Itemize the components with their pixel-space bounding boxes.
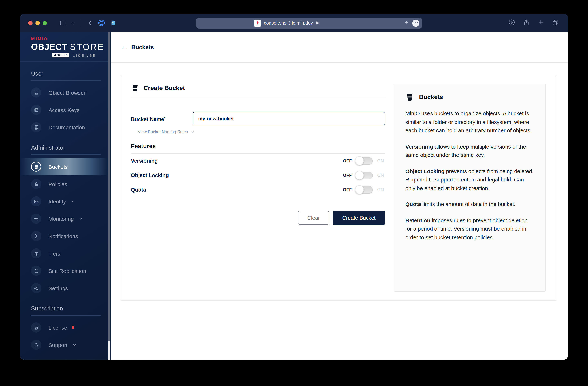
back-button[interactable] (87, 20, 93, 26)
onepassword-extension-icon[interactable] (98, 19, 105, 27)
info-paragraph-versioning: Versioning allows to keep multiple versi… (405, 142, 534, 159)
title-divider (131, 98, 385, 98)
form-title: Create Bucket (144, 84, 185, 92)
documentation-icon (33, 124, 39, 130)
minio-logo: MINIO OBJECT STORE AGPLv3 LICENSE (20, 32, 108, 62)
back-to-buckets-arrow[interactable]: ← (121, 43, 128, 51)
new-tab-icon[interactable] (537, 19, 544, 27)
sidebar-item-tiers[interactable]: Tiers (20, 245, 108, 262)
gear-icon (33, 285, 39, 291)
sidebar-section-administrator: Administrator (31, 144, 101, 155)
sidebar-item-object-browser[interactable]: Object Browser (20, 84, 108, 101)
info-panel-title: Buckets (419, 94, 443, 101)
app-sidebar: MINIO OBJECT STORE AGPLv3 LICENSE User (20, 32, 111, 360)
quota-off-label: OFF (343, 187, 352, 192)
bucket-name-input[interactable] (193, 112, 385, 125)
sidebar-toggle-icon[interactable] (59, 20, 66, 26)
naming-rules-chevron-icon (191, 130, 194, 134)
sidebar-item-documentation[interactable]: Documentation (20, 119, 108, 136)
toolbar-divider (81, 19, 81, 27)
site-favicon-minio (254, 19, 261, 27)
license-icon (33, 325, 39, 330)
sidebar-scrollbar-thumb[interactable] (108, 32, 110, 341)
lock-icon (315, 20, 319, 26)
quota-on-label: ON (377, 187, 385, 192)
versioning-toggle[interactable] (356, 157, 373, 165)
browser-window: console.ns-3.ic.min.dev (20, 14, 568, 360)
info-paragraph-object-locking: Object Locking prevents objects from bei… (405, 167, 534, 192)
sidebar-item-support[interactable]: Support (20, 336, 108, 353)
policies-icon (33, 181, 39, 187)
sidebar-section-subscription: Subscription (31, 305, 101, 316)
page-settings-ellipsis-button[interactable] (412, 19, 419, 27)
object-locking-toggle[interactable] (356, 171, 373, 179)
info-paragraph-quota: Quota limits the amount of data in the b… (405, 200, 534, 208)
monitoring-icon (33, 216, 39, 221)
access-keys-icon (33, 107, 39, 113)
view-bucket-naming-rules-toggle[interactable]: View Bucket Naming Rules (138, 130, 194, 134)
downloads-icon[interactable] (508, 19, 515, 27)
sidebar-item-policies[interactable]: Policies (20, 175, 108, 193)
buckets-icon (33, 164, 39, 169)
sidebar-item-monitoring[interactable]: Monitoring (20, 210, 108, 227)
browser-titlebar: console.ns-3.ic.min.dev (20, 14, 568, 32)
sidebar-scrollbar[interactable] (108, 32, 110, 360)
sidebar-item-notifications[interactable]: λ Notifications (20, 227, 108, 245)
quota-toggle[interactable] (356, 186, 373, 194)
lambda-icon: λ (35, 233, 38, 239)
window-controls (28, 21, 47, 25)
minimize-window-button[interactable] (35, 21, 40, 25)
sidebar-item-clipped (20, 357, 108, 360)
info-paragraph-retention: Retention imposes rules to prevent objec… (405, 216, 534, 242)
feature-row-quota: Quota OFF ON (131, 183, 385, 197)
screen: console.ns-3.ic.min.dev (0, 0, 588, 386)
object-locking-on-label: ON (377, 173, 385, 178)
close-window-button[interactable] (28, 21, 33, 25)
clear-button[interactable]: Clear (298, 211, 329, 225)
minio-brand-text: MINIO (31, 37, 108, 41)
sidebar-item-site-replication[interactable]: Site Replication (20, 262, 108, 279)
tab-overview-icon[interactable] (552, 19, 559, 27)
page-header: ← Buckets (111, 32, 568, 62)
bucket-icon (131, 84, 139, 92)
monitoring-expand-chevron-icon[interactable] (79, 217, 83, 221)
mute-tab-icon[interactable] (404, 20, 409, 26)
sidebar-item-buckets[interactable]: Buckets (20, 158, 108, 175)
feature-row-object-locking: Object Locking OFF ON (131, 168, 385, 183)
versioning-off-label: OFF (343, 158, 352, 163)
create-bucket-button[interactable]: Create Bucket (333, 211, 385, 225)
ghostery-extension-icon[interactable] (110, 20, 116, 26)
bucket-icon (405, 93, 414, 102)
sidebar-item-access-keys[interactable]: Access Keys (20, 101, 108, 119)
buckets-info-panel: Buckets MinIO uses buckets to organize o… (394, 84, 546, 292)
identity-icon (33, 199, 39, 204)
feature-row-versioning: Versioning OFF ON (131, 154, 385, 168)
sidebar-section-user: User (31, 70, 101, 81)
sidebar-item-settings[interactable]: Settings (20, 279, 108, 297)
sidebar-chevron-icon[interactable] (71, 21, 75, 25)
object-browser-icon (33, 90, 39, 95)
identity-expand-chevron-icon[interactable] (71, 200, 75, 203)
create-bucket-card: Create Bucket Bucket Name* View Bucket (121, 75, 556, 301)
support-headset-icon (33, 342, 39, 347)
sidebar-item-identity[interactable]: Identity (20, 193, 108, 210)
sidebar-item-license[interactable]: License (20, 319, 108, 336)
agpl-badge: AGPLv3 (52, 53, 69, 58)
page-title[interactable]: Buckets (131, 44, 154, 50)
license-text: LICENSE (73, 53, 97, 58)
object-store-title: OBJECT STORE (31, 42, 108, 52)
zoom-window-button[interactable] (43, 21, 47, 25)
url-text: console.ns-3.ic.min.dev (264, 20, 313, 26)
address-bar[interactable]: console.ns-3.ic.min.dev (196, 18, 422, 28)
share-icon[interactable] (523, 19, 530, 27)
license-alert-badge (71, 326, 74, 329)
object-locking-off-label: OFF (343, 173, 352, 178)
features-heading: Features (131, 143, 385, 150)
versioning-on-label: ON (377, 158, 385, 163)
tiers-icon (33, 251, 39, 256)
info-paragraph-intro: MinIO uses buckets to organize objects. … (405, 109, 534, 135)
bucket-name-label: Bucket Name* (131, 116, 193, 122)
support-expand-chevron-icon[interactable] (72, 343, 76, 346)
site-replication-icon (33, 268, 39, 273)
